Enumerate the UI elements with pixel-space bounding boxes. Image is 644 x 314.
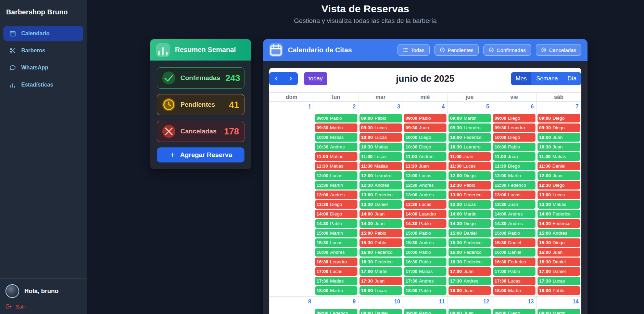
event-pill[interactable]: 09:30Lucas [359,123,402,132]
view-button-semana[interactable]: Semana [531,72,563,85]
event-pill[interactable]: 15:30Daniel [493,238,535,247]
event-pill[interactable]: 09:00Martin [449,114,491,122]
event-pill[interactable]: 14:30Pablo [404,219,446,228]
event-pill[interactable]: 16:00Juan [538,248,580,257]
event-pill[interactable]: 16:00Andres [315,248,357,257]
event-pill[interactable]: 14:30Juan [359,219,402,228]
event-pill[interactable]: 09:00Diego [538,114,580,122]
event-pill[interactable]: 16:30Leandro [315,258,357,266]
event-pill[interactable]: 13:00Andres [404,191,446,199]
event-pill[interactable]: 09:30Leandro [493,123,535,132]
event-pill[interactable]: 09:30Leandro [449,123,491,132]
event-pill[interactable]: 13:00Federico [449,191,491,199]
event-pill[interactable]: 14:00Juan [359,210,402,218]
event-pill[interactable]: 13:30Juan [493,200,535,209]
sidebar-item-barberos[interactable]: Barberos [3,43,83,58]
event-pill[interactable]: 12:00Leandro [359,171,402,180]
day-cell[interactable]: 1409:00Martin [536,297,581,314]
day-cell[interactable]: 609:00Diego09:30Leandro10:00Diego10:30Pa… [492,102,536,296]
view-button-mes[interactable]: Mes [511,72,531,85]
event-pill[interactable]: 14:00Federico [538,210,580,218]
event-pill[interactable]: 16:00Federico [449,248,491,257]
event-pill[interactable]: 12:00Diego [449,171,491,180]
day-cell[interactable]: 409:00Pablo09:30Juan10:00Diego10:30Diego… [403,102,447,296]
event-pill[interactable]: 11:30Matias [315,162,357,170]
event-pill[interactable]: 16:00Federico [359,248,402,257]
event-pill[interactable]: 16:00Pablo [404,248,446,257]
event-pill[interactable]: 17:00Martin [359,267,402,276]
day-cell[interactable]: 909:00Federico [314,297,358,314]
today-button[interactable]: today [304,72,327,85]
event-pill[interactable]: 12:30Andres [359,181,402,189]
event-pill[interactable]: 16:30Federico [449,258,491,266]
event-pill[interactable]: 14:30Andres [493,219,535,228]
event-pill[interactable]: 18:00Martin [315,286,357,295]
event-pill[interactable]: 10:30Diego [404,143,446,151]
event-pill[interactable]: 12:00Juan [538,171,580,180]
view-button-dia[interactable]: Día [563,72,581,85]
event-pill[interactable]: 12:30Andres [404,181,446,189]
event-pill[interactable]: 11:00Juan [493,152,535,161]
day-cell[interactable]: 1309:00Diego [492,297,536,314]
event-pill[interactable]: 09:00Daniel [359,309,402,314]
event-pill[interactable]: 17:30Andres [404,277,446,285]
event-pill[interactable]: 14:30Federico [538,219,580,228]
event-pill[interactable]: 09:00Pablo [315,114,357,122]
event-pill[interactable]: 11:00Juan [449,152,491,161]
event-pill[interactable]: 18:00Pablo [404,286,446,295]
logout-button[interactable]: Salir [5,303,81,310]
prev-month-button[interactable] [269,72,283,85]
event-pill[interactable]: 12:30Federico [493,181,535,189]
event-pill[interactable]: 18:00Lucas [359,286,402,295]
event-pill[interactable]: 10:30Juan [538,143,580,151]
event-pill[interactable]: 13:30Diego [315,200,357,209]
event-pill[interactable]: 16:30Daniel [538,258,580,266]
event-pill[interactable]: 11:30Daniel [538,162,580,170]
event-pill[interactable]: 12:00Martin [493,171,535,180]
event-pill[interactable]: 13:30Lucas [404,200,446,209]
event-pill[interactable]: 12:30Martin [315,181,357,189]
event-pill[interactable]: 10:30Pablo [493,143,535,151]
event-pill[interactable]: 14:00Leandro [404,210,446,218]
day-cell[interactable]: 1109:00Pablo [403,297,447,314]
event-pill[interactable]: 15:30Lucas [315,238,357,247]
event-pill[interactable]: 12:30Pablo [449,181,491,189]
event-pill[interactable]: 17:00Matias [404,267,446,276]
event-pill[interactable]: 09:30Diego [538,123,580,132]
event-pill[interactable]: 15:00Pablo [404,229,446,237]
event-pill[interactable]: 16:30Federico [359,258,402,266]
event-pill[interactable]: 17:00Lucas [315,267,357,276]
event-pill[interactable]: 13:00Andres [315,191,357,199]
event-pill[interactable]: 09:30Juan [404,123,446,132]
event-pill[interactable]: 11:00Matias [315,152,357,161]
day-cell[interactable]: 8 [269,297,314,314]
filter-button-pendientes[interactable]: Pendientes [434,44,479,56]
filter-button-confirmadas[interactable]: Confirmadas [483,44,531,56]
day-cell[interactable]: 1 [269,102,314,296]
event-pill[interactable]: 15:00Martin [315,229,357,237]
event-pill[interactable]: 15:00Pablo [493,229,535,237]
event-pill[interactable]: 13:30Lucas [449,200,491,209]
event-pill[interactable]: 13:00Lucas [493,191,535,199]
next-month-button[interactable] [283,72,298,85]
event-pill[interactable]: 12:00Lucas [315,171,357,180]
event-pill[interactable]: 18:00Pablo [538,286,580,295]
event-pill[interactable]: 17:00Pablo [493,267,535,276]
event-pill[interactable]: 11:00Andres [404,152,446,161]
event-pill[interactable]: 13:30Daniel [359,200,402,209]
event-pill[interactable]: 09:00Diego [493,309,535,314]
event-pill[interactable]: 11:00Matias [538,152,580,161]
event-pill[interactable]: 11:00Lucas [359,152,402,161]
event-pill[interactable]: 10:00Matias [315,133,357,142]
event-pill[interactable]: 17:30Juan [359,277,402,285]
event-pill[interactable]: 15:30Pablo [359,238,402,247]
event-pill[interactable]: 09:00Federico [315,309,357,314]
event-pill[interactable]: 13:30Matias [538,200,580,209]
event-pill[interactable]: 14:00Diego [315,210,357,218]
add-reservation-button[interactable]: Agregar Reserva [157,147,244,162]
event-pill[interactable]: 17:30Lucas [538,277,580,285]
event-pill[interactable]: 15:00Daniel [449,229,491,237]
event-pill[interactable]: 15:00Andres [538,229,580,237]
day-cell[interactable]: 1209:00Juan [447,297,492,314]
event-pill[interactable]: 14:00Martin [449,210,491,218]
